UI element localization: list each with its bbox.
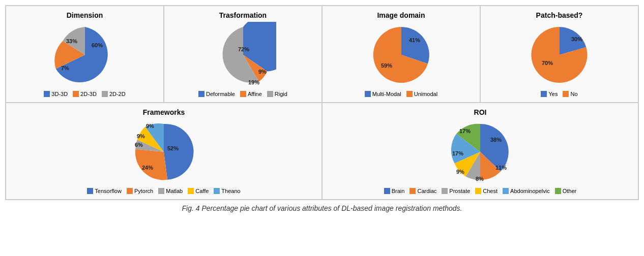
roi-legend: Brain Cardiac Prostate Chest Abdominopel…: [384, 188, 576, 194]
fw-label-caffe: 9%: [137, 133, 145, 139]
legend-pytorch: Pytorch: [127, 188, 153, 194]
patch-label-yes: 30%: [571, 36, 582, 42]
legend-label-cardiac: Cardiac: [417, 188, 436, 194]
trans-label-affine: 9%: [258, 69, 267, 75]
legend-label-rigid: Rigid: [275, 91, 287, 97]
patchbased-legend: Yes No: [541, 91, 577, 97]
roi-label-chest: 9%: [456, 169, 464, 175]
charts-grid: Dimension 60% 7% 33% 3D-3D 2D-3D: [5, 5, 639, 200]
legend-cardiac: Cardiac: [409, 188, 436, 194]
dimension-title: Dimension: [67, 11, 103, 19]
legend-label-brain: Brain: [392, 188, 405, 194]
legend-color-deformable: [198, 91, 204, 97]
fw-label-matlab: 6%: [135, 142, 143, 148]
imagedomain-svg: 41% 59%: [368, 22, 434, 88]
img-label-uni: 59%: [381, 62, 392, 69]
imagedomain-title: Image domain: [377, 11, 425, 19]
legend-multimodal: Multi-Modal: [365, 91, 401, 97]
imagedomain-legend: Multi-Modal Unimodal: [365, 91, 437, 97]
legend-label-unimodal: Unimodal: [414, 91, 437, 97]
legend-color-prostate: [442, 188, 448, 194]
legend-unimodal: Unimodal: [406, 91, 437, 97]
legend-color-brain: [384, 188, 390, 194]
frameworks-pie: 52% 24% 6% 9% 9%: [131, 119, 197, 185]
legend-color-multimodal: [365, 91, 371, 97]
roi-svg: 38% 11% 8% 9% 17% 17%: [447, 119, 513, 185]
roi-label-cardiac: 11%: [495, 165, 507, 171]
legend-color-pytorch: [127, 188, 133, 194]
legend-matlab: Matlab: [158, 188, 183, 194]
legend-label-pytorch: Pytorch: [134, 188, 153, 194]
trans-label-rigid: 19%: [248, 79, 259, 85]
fw-label-pytorch: 24%: [142, 165, 153, 171]
legend-2d2d: 2D-2D: [102, 91, 126, 97]
patch-label-no: 70%: [542, 60, 553, 66]
legend-label-tensorflow: Tensorflow: [95, 188, 122, 194]
legend-label-no: No: [570, 91, 577, 97]
legend-rigid: Rigid: [267, 91, 287, 97]
img-label-multi: 41%: [409, 37, 420, 43]
dimension-svg: 60% 7% 33%: [52, 22, 118, 88]
roi-label-abdominopelvic: 17%: [452, 150, 463, 156]
legend-tensorflow: Tensorflow: [87, 188, 122, 194]
legend-label-deformable: Deformable: [206, 91, 235, 97]
legend-color-cardiac: [409, 188, 416, 194]
legend-color-other: [555, 188, 561, 194]
transformation-svg: 72% 9% 19%: [210, 22, 276, 88]
legend-label-theano: Theano: [221, 188, 240, 194]
legend-color-2d3d: [73, 91, 79, 97]
figure-caption: Fig. 4 Percentage pie chart of various a…: [182, 204, 462, 212]
roi-label-prostate: 8%: [476, 176, 484, 182]
roi-chart-cell: ROI 38% 11% 8% 9% 17% 1: [322, 103, 638, 200]
legend-deformable: Deformable: [198, 91, 235, 97]
roi-label-other: 17%: [459, 128, 471, 134]
dim-label-3d3d: 60%: [92, 42, 103, 48]
transformation-legend: Deformable Affine Rigid: [198, 91, 287, 97]
roi-label-brain: 38%: [490, 137, 502, 143]
transformation-chart-cell: Trasformation 72% 9% 19% Deformable: [164, 6, 322, 103]
legend-color-theano: [214, 188, 220, 194]
fw-label-tf: 52%: [167, 145, 179, 151]
patchbased-pie: 30% 70%: [526, 22, 593, 88]
legend-theano: Theano: [214, 188, 240, 194]
dim-label-2d2d: 33%: [66, 38, 77, 44]
patchbased-chart-cell: Patch-based? 30% 70% Yes No: [480, 6, 638, 103]
legend-color-yes: [541, 91, 547, 97]
legend-label-2d3d: 2D-3D: [80, 91, 97, 97]
legend-3d3d: 3D-3D: [44, 91, 68, 97]
dimension-pie: 60% 7% 33%: [52, 22, 118, 88]
dimension-chart-cell: Dimension 60% 7% 33% 3D-3D 2D-3D: [6, 6, 164, 103]
legend-color-caffe: [188, 188, 194, 194]
legend-prostate: Prostate: [442, 188, 470, 194]
legend-color-unimodal: [406, 91, 413, 97]
dimension-legend: 3D-3D 2D-3D 2D-2D: [44, 91, 125, 97]
legend-label-3d3d: 3D-3D: [51, 91, 68, 97]
legend-color-2d2d: [102, 91, 108, 97]
roi-title: ROI: [474, 108, 487, 116]
frameworks-chart-cell: Frameworks 52% 24% 6% 9% 9%: [6, 103, 322, 200]
legend-affine: Affine: [240, 91, 262, 97]
legend-yes: Yes: [541, 91, 558, 97]
frameworks-svg: 52% 24% 6% 9% 9%: [131, 119, 197, 185]
transformation-pie: 72% 9% 19%: [210, 22, 276, 88]
legend-brain: Brain: [384, 188, 405, 194]
fw-label-theano: 9%: [146, 123, 154, 129]
legend-chest: Chest: [475, 188, 497, 194]
legend-color-3d3d: [44, 91, 50, 97]
legend-label-chest: Chest: [483, 188, 497, 194]
legend-color-rigid: [267, 91, 273, 97]
roi-pie: 38% 11% 8% 9% 17% 17%: [447, 119, 513, 185]
legend-2d3d: 2D-3D: [73, 91, 97, 97]
legend-color-chest: [475, 188, 481, 194]
transformation-title: Trasformation: [219, 11, 267, 19]
legend-color-abdominopelvic: [503, 188, 509, 194]
frameworks-title: Frameworks: [143, 108, 185, 116]
legend-no: No: [563, 91, 577, 97]
legend-label-2d2d: 2D-2D: [109, 91, 126, 97]
legend-label-abdominopelvic: Abdominopelvic: [510, 188, 550, 194]
legend-abdominopelvic: Abdominopelvic: [503, 188, 550, 194]
legend-caffe: Caffe: [188, 188, 209, 194]
trans-label-def: 72%: [238, 46, 249, 52]
legend-label-yes: Yes: [548, 91, 558, 97]
patchbased-svg: 30% 70%: [526, 22, 593, 88]
